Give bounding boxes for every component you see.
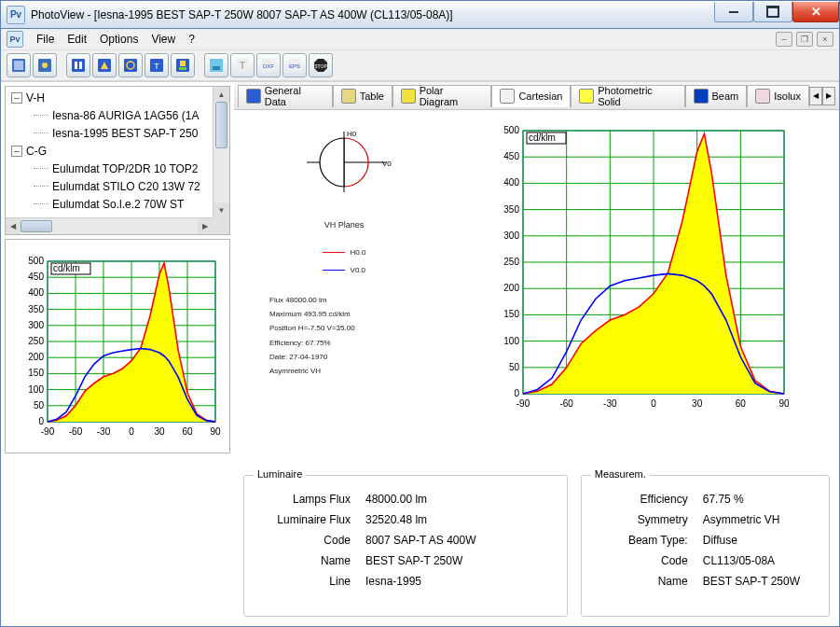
svg-text:DXF: DXF [263, 63, 274, 69]
maximize-button[interactable] [753, 2, 792, 22]
tree-vscrollbar[interactable]: ▲▼ [213, 87, 229, 217]
tool-button-t[interactable]: T [230, 53, 255, 77]
measurement-group: Measurem. Efficiency67.75 %SymmetryAsymm… [581, 475, 830, 617]
tree-item[interactable]: Iesna-1995 BEST SAP-T 250 [7, 124, 227, 142]
svg-text:300: 300 [503, 230, 519, 241]
tool-button-4[interactable] [92, 53, 117, 77]
tab-scroll-right[interactable]: ▶ [822, 87, 835, 105]
tab-general-data[interactable]: General Data [238, 85, 333, 107]
doc-icon: Pv [7, 31, 23, 48]
doc-minimize-button[interactable]: – [776, 32, 792, 47]
svg-text:-60: -60 [69, 426, 83, 437]
svg-text:0: 0 [129, 426, 134, 437]
tool-button-8[interactable] [204, 53, 228, 77]
minimize-button[interactable] [714, 2, 753, 22]
tool-button-6[interactable]: T [145, 53, 169, 77]
svg-text:500: 500 [28, 256, 44, 266]
svg-text:0: 0 [38, 416, 44, 426]
info-row: NameBEST SAP-T 250W [255, 550, 556, 571]
tree-expand-icon[interactable]: – [11, 92, 22, 104]
tree-group[interactable]: –V-H [7, 89, 227, 106]
menu-bar: Pv File Edit Options View ? – ❐ × [1, 29, 839, 49]
tool-button-eps[interactable]: EPS [282, 53, 307, 77]
svg-text:400: 400 [28, 287, 44, 298]
tree-expand-icon[interactable]: – [11, 146, 22, 157]
tab-beam[interactable]: Beam [685, 85, 748, 107]
doc-close-button[interactable]: × [817, 32, 833, 47]
svg-point-3 [42, 63, 48, 68]
tab-icon [246, 89, 261, 104]
tab-polar-diagram[interactable]: Polar Diagram [392, 85, 491, 107]
info-row: NameBEST SAP-T 250W [593, 571, 818, 592]
menu-options[interactable]: Options [100, 33, 138, 46]
tab-cartesian[interactable]: Cartesian [491, 85, 571, 107]
svg-text:30: 30 [692, 398, 703, 409]
tool-button-2[interactable] [33, 53, 57, 77]
tab-label: Beam [712, 91, 739, 102]
tab-label: Photometric Solid [598, 85, 676, 107]
close-button[interactable]: ✕ [792, 2, 839, 22]
planes-label: VH Planes [324, 220, 365, 230]
tab-table[interactable]: Table [333, 85, 392, 107]
svg-text:T: T [240, 61, 245, 71]
menu-view[interactable]: View [151, 33, 175, 46]
info-row: SymmetryAsymmetric VH [593, 509, 818, 530]
tool-button-3[interactable] [66, 53, 90, 77]
info-row: Code8007 SAP-T AS 400W [255, 530, 556, 550]
tab-icon [579, 89, 594, 104]
menu-file[interactable]: File [36, 33, 54, 46]
orientation-diagram: H0 V0 [293, 127, 395, 202]
svg-text:150: 150 [503, 309, 519, 319]
svg-rect-8 [124, 59, 137, 72]
tree-item[interactable]: Eulumdat So.l.e.2 70W ST [7, 195, 227, 213]
info-row: Luminaire Flux32520.48 lm [255, 509, 556, 530]
tool-button-5[interactable] [118, 53, 143, 77]
info-row: Beam Type:Diffuse [593, 530, 818, 550]
svg-rect-4 [72, 59, 85, 72]
tree-group[interactable]: –C-G [7, 142, 227, 160]
tree-group-label: V-H [26, 91, 45, 104]
svg-text:-90: -90 [41, 426, 55, 437]
info-row: Lamps Flux48000.00 lm [255, 489, 556, 509]
menu-help[interactable]: ? [188, 33, 195, 46]
svg-text:200: 200 [503, 283, 519, 293]
svg-text:50: 50 [508, 362, 519, 372]
svg-text:0: 0 [651, 398, 656, 409]
tab-scroll-left[interactable]: ◀ [809, 87, 822, 105]
chart-info: Flux 48000.00 lmMaximum 493.95 cd/klmPos… [241, 293, 355, 378]
svg-text:30: 30 [154, 426, 165, 437]
svg-rect-13 [179, 67, 186, 70]
tab-icon [694, 89, 709, 104]
app-icon: Pv [7, 6, 25, 24]
window-titlebar: Pv PhotoView - [Iesna-1995 BEST SAP-T 25… [0, 0, 840, 28]
svg-text:300: 300 [28, 320, 44, 330]
tree-item[interactable]: Eulumdat STILO C20 13W 72 [7, 177, 227, 195]
tool-button-1[interactable] [7, 53, 31, 77]
toolbar: T T DXF EPS STOP [1, 49, 839, 81]
tree-item[interactable]: Eulumdat TOP/2DR 10 TOP2 [7, 160, 227, 177]
svg-text:450: 450 [28, 272, 44, 282]
svg-text:350: 350 [503, 204, 519, 215]
tool-button-7[interactable] [171, 53, 195, 77]
tab-bar: General DataTablePolar DiagramCartesianP… [234, 82, 839, 110]
svg-text:100: 100 [503, 336, 519, 346]
tab-isolux[interactable]: Isolux [747, 85, 809, 107]
tab-icon [401, 89, 416, 104]
svg-text:60: 60 [182, 426, 193, 437]
tool-button-dxf[interactable]: DXF [256, 53, 281, 77]
svg-rect-1 [14, 61, 23, 70]
cartesian-chart: -90-60-300306090050100150200250300350400… [486, 118, 793, 416]
tab-photometric-solid[interactable]: Photometric Solid [571, 85, 684, 107]
tree-group-label: C-G [26, 145, 47, 158]
file-tree[interactable]: –V-HIesna-86 AURIGA 1AG56 (1AIesna-1995 … [5, 86, 230, 235]
tab-label: Isolux [774, 91, 801, 102]
info-row: Efficiency67.75 % [593, 489, 818, 509]
tree-hscrollbar[interactable]: ◀▶ [6, 217, 213, 234]
svg-rect-5 [75, 62, 77, 69]
svg-text:450: 450 [503, 151, 519, 161]
doc-restore-button[interactable]: ❐ [796, 32, 813, 47]
menu-edit[interactable]: Edit [67, 33, 87, 46]
tool-button-stop[interactable]: STOP [309, 53, 333, 77]
tab-label: Polar Diagram [420, 85, 484, 107]
tree-item[interactable]: Iesna-86 AURIGA 1AG56 (1A [7, 106, 227, 124]
